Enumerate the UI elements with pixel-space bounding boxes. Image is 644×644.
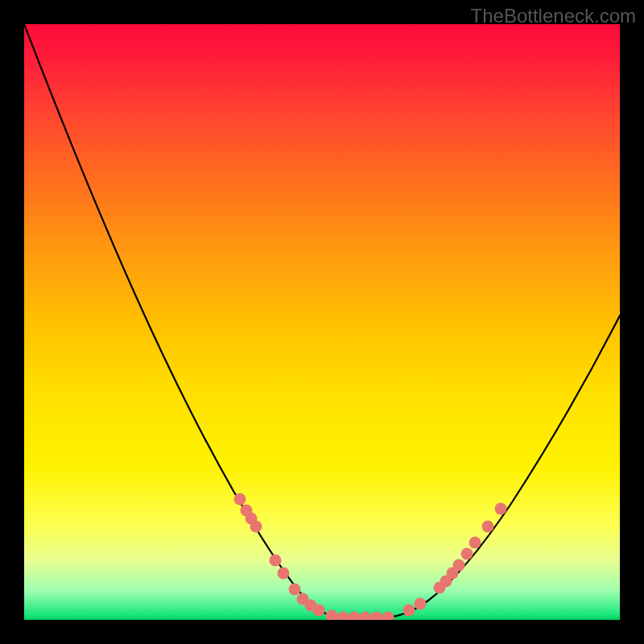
marker-floor bbox=[371, 612, 383, 621]
marker-right bbox=[495, 503, 507, 515]
data-markers bbox=[234, 493, 507, 621]
marker-floor bbox=[360, 612, 372, 621]
marker-floor bbox=[349, 612, 361, 621]
marker-right bbox=[415, 598, 427, 610]
marker-floor bbox=[326, 610, 338, 621]
marker-right bbox=[482, 521, 494, 533]
marker-floor bbox=[337, 612, 349, 621]
watermark-text: TheBottleneck.com bbox=[471, 5, 636, 27]
curve-lines bbox=[24, 24, 620, 617]
marker-left bbox=[234, 493, 246, 506]
marker-right bbox=[403, 605, 415, 617]
series-left-curve bbox=[24, 24, 345, 617]
marker-left bbox=[270, 555, 282, 567]
series-right-curve bbox=[388, 316, 620, 617]
plot-area bbox=[24, 24, 620, 620]
marker-right bbox=[461, 548, 473, 560]
marker-right bbox=[469, 537, 481, 549]
marker-left bbox=[313, 605, 325, 617]
marker-left bbox=[289, 584, 301, 596]
marker-floor bbox=[382, 612, 394, 621]
chart-svg bbox=[24, 24, 620, 620]
marker-left bbox=[250, 521, 262, 533]
marker-left bbox=[278, 568, 290, 580]
marker-right bbox=[453, 559, 465, 572]
